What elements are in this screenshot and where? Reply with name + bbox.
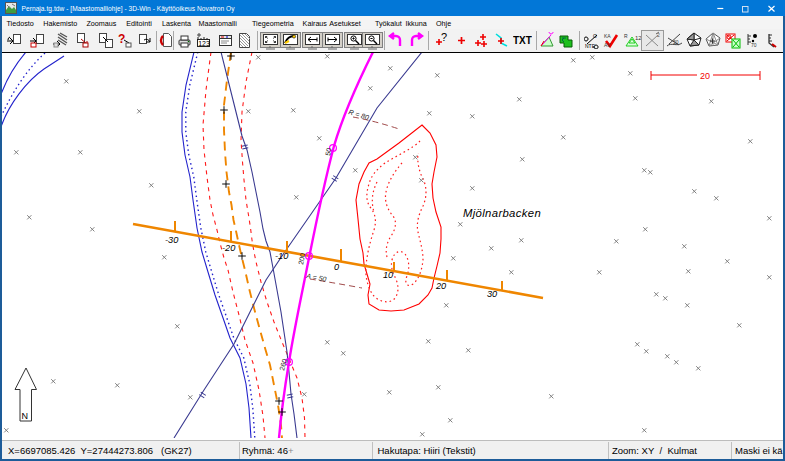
svg-text:200: 200 bbox=[297, 252, 306, 265]
svg-text:30: 30 bbox=[487, 289, 498, 299]
svg-text:N: N bbox=[22, 411, 29, 421]
svg-text:20: 20 bbox=[435, 281, 447, 291]
svg-text:-20: -20 bbox=[222, 243, 236, 253]
svg-text:10: 10 bbox=[383, 270, 394, 280]
svg-text:20: 20 bbox=[700, 71, 710, 81]
svg-text:-30: -30 bbox=[165, 235, 179, 245]
svg-text:A = 50: A = 50 bbox=[305, 272, 327, 283]
svg-text:R = 80: R = 80 bbox=[348, 108, 370, 121]
svg-text:-10: -10 bbox=[275, 251, 289, 261]
svg-text:0: 0 bbox=[334, 262, 340, 272]
svg-text:Mjölnarbacken: Mjölnarbacken bbox=[463, 207, 541, 219]
